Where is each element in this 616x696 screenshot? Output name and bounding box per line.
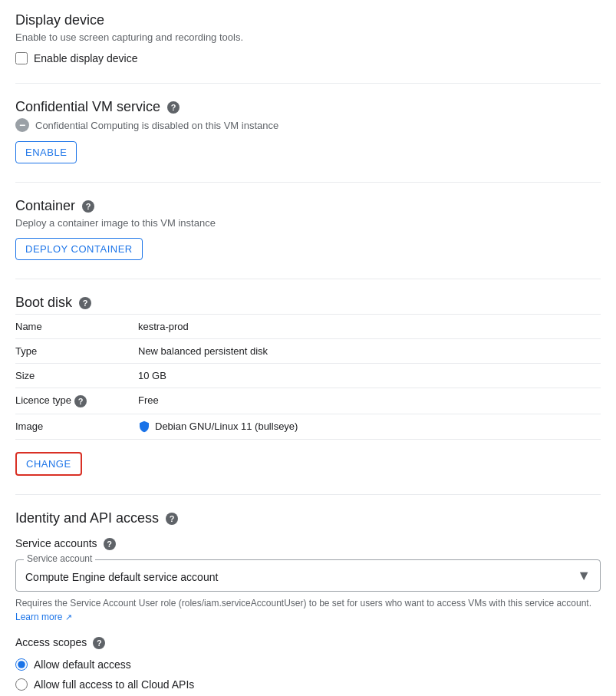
access-scope-radio-row: Allow default access	[15, 658, 601, 671]
container-help-icon[interactable]: ?	[82, 200, 94, 213]
boot-disk-row-value: Free	[138, 388, 601, 414]
boot-disk-row-label: Name	[15, 315, 138, 339]
divider-2	[15, 182, 601, 183]
container-section: Container ? Deploy a container image to …	[15, 198, 601, 260]
deploy-container-button[interactable]: DEPLOY CONTAINER	[15, 238, 143, 260]
divider-3	[15, 279, 601, 279]
boot-disk-row: Namekestra-prod	[15, 315, 601, 339]
confidential-status-text: Confidential Computing is disabled on th…	[35, 120, 278, 131]
display-device-desc: Enable to use screen capturing and recor…	[15, 31, 601, 43]
container-desc: Deploy a container image to this VM inst…	[15, 217, 601, 229]
boot-disk-row-label: Type	[15, 339, 138, 364]
change-boot-disk-button[interactable]: CHANGE	[15, 452, 82, 476]
access-scopes-radios: Allow default accessAllow full access to…	[15, 658, 601, 696]
enable-display-device-row: Enable display device	[15, 52, 601, 64]
shield-icon	[138, 421, 150, 433]
minus-icon: −	[15, 118, 29, 132]
enable-confidential-vm-button[interactable]: ENABLE	[15, 141, 77, 163]
boot-disk-row: Licence type?Free	[15, 388, 601, 414]
boot-disk-row-value: kestra-prod	[138, 315, 601, 339]
boot-disk-title: Boot disk ?	[15, 295, 601, 311]
confidential-status-row: − Confidential Computing is disabled on …	[15, 118, 601, 132]
identity-api-help-icon[interactable]: ?	[166, 513, 178, 525]
licence-type-help-icon[interactable]: ?	[74, 395, 87, 407]
boot-disk-row-value: New balanced persistent disk	[138, 339, 601, 364]
access-scope-label: Allow default access	[34, 658, 131, 671]
access-scope-radio[interactable]	[15, 658, 28, 671]
identity-api-title: Identity and API access ?	[15, 510, 601, 526]
learn-more-link[interactable]: Learn more ↗	[15, 612, 72, 622]
confidential-vm-section: Confidential VM service ? − Confidential…	[15, 99, 601, 163]
access-scope-radio-row: Allow full access to all Cloud APIs	[15, 678, 601, 691]
container-title: Container ?	[15, 198, 601, 214]
boot-disk-row: TypeNew balanced persistent disk	[15, 339, 601, 364]
service-accounts-title: Service accounts ?	[15, 537, 601, 550]
service-account-box: Service account Compute Engine default s…	[15, 559, 601, 592]
boot-disk-row-value: Debian GNU/Linux 11 (bullseye)	[138, 414, 601, 439]
boot-disk-row-label: Licence type?	[15, 388, 138, 414]
confidential-vm-help-icon[interactable]: ?	[167, 101, 180, 114]
boot-disk-row-label: Image	[15, 414, 138, 439]
boot-disk-row-label: Size	[15, 364, 138, 388]
boot-disk-table: Namekestra-prodTypeNew balanced persiste…	[15, 314, 601, 440]
enable-display-device-checkbox[interactable]	[15, 52, 28, 64]
boot-disk-row: Size10 GB	[15, 364, 601, 388]
display-device-title: Display device	[15, 12, 601, 28]
divider-1	[15, 83, 601, 84]
external-link-icon: ↗	[65, 612, 72, 622]
confidential-vm-title: Confidential VM service ?	[15, 99, 601, 115]
service-accounts-container: Service accounts ? Service account Compu…	[15, 537, 601, 624]
service-account-select-wrapper: Compute Engine default service account ▼	[16, 560, 600, 591]
boot-disk-section: Boot disk ? Namekestra-prodTypeNew balan…	[15, 295, 601, 476]
access-scopes-container: Access scopes ? Allow default accessAllo…	[15, 636, 601, 696]
access-scopes-help-icon[interactable]: ?	[93, 637, 105, 649]
boot-disk-row: ImageDebian GNU/Linux 11 (bullseye)	[15, 414, 601, 439]
service-accounts-help-icon[interactable]: ?	[104, 538, 116, 550]
access-scope-label: Allow full access to all Cloud APIs	[34, 678, 194, 691]
boot-disk-help-icon[interactable]: ?	[79, 297, 91, 309]
boot-disk-row-value: 10 GB	[138, 364, 601, 388]
access-scope-radio[interactable]	[15, 678, 28, 691]
service-account-select[interactable]: Compute Engine default service account	[16, 560, 600, 591]
divider-4	[15, 494, 601, 495]
service-account-info-text: Requires the Service Account User role (…	[15, 596, 601, 624]
identity-api-section: Identity and API access ? Service accoun…	[15, 510, 601, 696]
display-device-section: Display device Enable to use screen capt…	[15, 12, 601, 64]
access-scopes-title: Access scopes ?	[15, 636, 601, 649]
enable-display-device-label: Enable display device	[34, 52, 137, 64]
